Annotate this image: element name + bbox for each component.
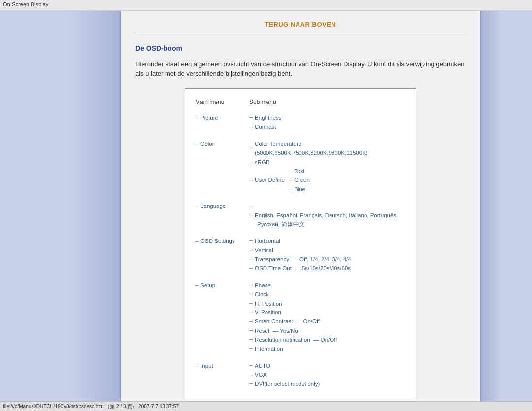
subs-setup: Phase Clock H. Position V. Position Smar… <box>249 281 406 353</box>
section-language: Language ─English, Español, Français, De… <box>195 202 406 229</box>
sub-menu-label: Sub menu <box>249 99 276 105</box>
sub-clock: Clock <box>249 290 406 299</box>
content-area: TERUG NAAR BOVEN De OSD-boom Hieronder s… <box>121 11 480 401</box>
sub-osdtimeout: OSD Time Out — 5s/10s/20s/30s/60s <box>249 264 406 273</box>
sub-auto: AUTO <box>249 361 406 370</box>
sub-reset: Reset — Yes/No <box>249 326 406 335</box>
section-picture: Picture Brightness Contrast <box>195 113 406 132</box>
section-input: Input AUTO VGA DVI(for select model only… <box>195 361 406 388</box>
sub-green: Green <box>289 175 310 184</box>
terug-anchor[interactable]: TERUG NAAR BOVEN <box>265 21 336 28</box>
main-language: Language <box>195 202 249 211</box>
subs-input: AUTO VGA DVI(for select model only) <box>249 361 406 388</box>
sub-hpos: H. Position <box>249 299 406 308</box>
main-osd: OSD Settings <box>195 237 249 246</box>
row-setup: Setup Phase Clock H. Position V. Positio… <box>195 281 406 353</box>
sub-userdefine: User Define Red Green Blue <box>249 167 406 194</box>
terug-link[interactable]: TERUG NAAR BOVEN <box>135 21 466 28</box>
main-color: Color <box>195 139 249 149</box>
sub-brightness: Brightness <box>249 113 406 122</box>
sub-phase: Phase <box>249 281 406 290</box>
divider <box>135 34 466 34</box>
section-color: Color Color Temperature (5000K,6500K,750… <box>195 139 406 194</box>
sub-vpos: V. Position <box>249 308 406 317</box>
subs-osd: Horizontal Vertical Transparency — Off, … <box>249 237 406 273</box>
sub-smartcontrast: Smart Contrast — On/Off <box>249 317 406 326</box>
userdefine-group: Red Green Blue <box>289 167 310 194</box>
diagram-body: Picture Brightness Contrast Color Color … <box>195 113 406 388</box>
row-picture: Picture Brightness Contrast <box>195 113 406 132</box>
sidebar-right <box>480 11 532 401</box>
title-bar: On-Screen Display <box>0 0 532 11</box>
sub-vertical: Vertical <box>249 246 406 255</box>
row-input: Input AUTO VGA DVI(for select model only… <box>195 361 406 388</box>
sub-colortemp: Color Temperature (5000K,6500K,7500K,820… <box>249 139 406 158</box>
sub-transparency: Transparency — Off, 1/4, 2/4, 3/4, 4/4 <box>249 255 406 264</box>
subs-picture: Brightness Contrast <box>249 113 406 132</box>
status-text: file:///d/Manual/DUTCH/190V8/ost/osdesc.… <box>3 403 179 410</box>
sub-dvi: DVI(for select model only) <box>249 379 406 388</box>
main-layout: TERUG NAAR BOVEN De OSD-boom Hieronder s… <box>0 11 532 401</box>
status-bar: file:///d/Manual/DUTCH/190V8/ost/osdesc.… <box>0 401 532 411</box>
intro-text: Hieronder staat een algemeen overzicht v… <box>135 59 466 78</box>
section-title: De OSD-boom <box>135 44 466 52</box>
sub-contrast: Contrast <box>249 122 406 131</box>
sub-information: Information <box>249 344 406 353</box>
sub-vga: VGA <box>249 370 406 379</box>
subs-language: ─English, Español, Français, Deutsch, It… <box>249 202 406 229</box>
row-osd: OSD Settings Horizontal Vertical Transpa… <box>195 237 406 273</box>
main-setup: Setup <box>195 281 249 291</box>
title-text: On-Screen Display <box>3 1 48 7</box>
sub-blue: Blue <box>289 185 310 194</box>
section-osd: OSD Settings Horizontal Vertical Transpa… <box>195 237 406 273</box>
sub-horizontal: Horizontal <box>249 237 406 245</box>
sub-srgb: sRGB <box>249 158 406 167</box>
main-picture: Picture <box>195 113 249 123</box>
main-input: Input <box>195 361 249 371</box>
row-language: Language ─English, Español, Français, De… <box>195 202 406 229</box>
osd-diagram: Main menu Sub menu Picture Brightness Co… <box>185 88 416 401</box>
section-setup: Setup Phase Clock H. Position V. Positio… <box>195 281 406 353</box>
sub-langs: ─English, Español, Français, Deutsch, It… <box>249 202 406 229</box>
row-color: Color Color Temperature (5000K,6500K,750… <box>195 139 406 194</box>
sidebar-left <box>0 11 121 401</box>
sub-resnotif: Resolution notification — On/Off <box>249 335 406 344</box>
main-menu-label: Main menu <box>195 99 249 105</box>
subs-color: Color Temperature (5000K,6500K,7500K,820… <box>249 139 406 194</box>
sub-red: Red <box>289 167 310 175</box>
diagram-header: Main menu Sub menu <box>195 99 406 105</box>
